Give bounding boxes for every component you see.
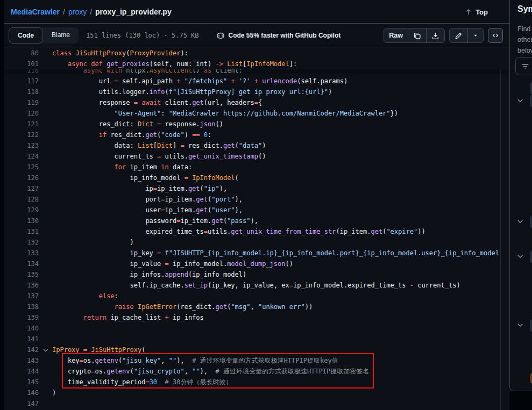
code-text: IpProxy = JiSuHttpProxy( [52,344,145,355]
line-number[interactable]: 135 [4,269,39,280]
line-number[interactable]: 127 [4,183,39,194]
code-text: time_validity_period=30 # 30分钟（最长时效） [52,377,232,387]
line-number[interactable]: 130 [4,215,39,226]
raw-copy-download-group: Raw [384,28,445,43]
code-line: 101 async def get_proxies(self, num: int… [4,59,509,69]
line-number[interactable]: 122 [4,130,39,140]
breadcrumb-folder-link[interactable]: proxy [68,8,87,16]
line-number[interactable]: 126 [4,172,39,183]
gutter-spacer [39,366,52,377]
gutter-spacer [39,162,52,172]
symbol-item-highlighted[interactable] [530,373,532,384]
scroll-to-top-button[interactable]: Top [465,5,488,18]
breadcrumb-separator: / [63,8,65,16]
line-number[interactable]: 140 [4,323,39,334]
line-number[interactable]: 80 [4,48,39,59]
code-right-divider [500,48,501,410]
caret-down-icon[interactable] [467,28,483,42]
code-line: 139 return ip_cache_list + ip_infos [4,312,509,323]
pencil-icon[interactable] [450,28,467,42]
line-number[interactable]: 136 [4,280,39,291]
symbol-item[interactable] [530,319,532,332]
code-line: 141 [4,334,509,344]
gutter-spacer [39,301,52,312]
line-number[interactable]: 147 [4,398,39,409]
code-line: 121 res_dict: Dict = response.json() [4,119,509,130]
breadcrumb-filename: proxy_ip_provider.py [95,8,172,16]
chevron-down-icon[interactable] [516,218,525,226]
code-line: 129 user=ip_item.get("user"), [4,205,509,215]
symbol-item[interactable] [530,250,532,263]
symbol-item[interactable] [530,82,532,95]
code-line: 136 self.ip_cache.set_ip(ip_key, ip_valu… [4,280,509,291]
line-number[interactable]: 125 [4,162,39,172]
line-number[interactable]: 119 [4,97,39,108]
line-number[interactable]: 129 [4,205,39,215]
line-number[interactable]: 144 [4,366,39,377]
line-number[interactable]: 145 [4,377,39,387]
code-text: res_dict: Dict = response.json() [52,119,223,130]
line-number[interactable]: 138 [4,301,39,312]
code-line: 127 ip=ip_item.get("ip"), [4,183,509,194]
copilot-banner[interactable]: Code 55% faster with GitHub Copilot [216,31,341,40]
code-line: 126 ip_info_model = IpInfoModel( [4,172,509,183]
code-line: 118 utils.logger.info(f"[JiSuHttpProxy] … [4,87,509,97]
line-number[interactable]: 142 [4,344,39,355]
line-number[interactable]: 137 [4,291,39,301]
gutter-spacer [39,237,52,248]
symbol-item[interactable] [530,215,532,228]
symbol-item[interactable] [530,95,532,107]
collapse-chevron-icon[interactable] [39,344,52,355]
chevron-down-icon[interactable] [516,321,525,330]
line-number[interactable]: 139 [4,312,39,323]
edit-group [449,28,484,43]
code-line: 132 ) [4,237,509,248]
gutter-spacer [39,76,52,87]
line-number[interactable]: 120 [4,108,39,119]
code-line: 125 for ip_item in data: [4,162,509,172]
tab-code[interactable]: Code [9,27,43,44]
code-line: 134 ip_value = ip_info_model.model_dump_… [4,258,509,269]
code-text: ip_info_model = IpInfoModel( [52,172,239,183]
code-text: current_ts = utils.get_unix_timestamp() [52,151,266,162]
breadcrumb: MediaCrawler / proxy / proxy_ip_provider… [4,0,509,24]
code-text: response = await client.get(url, headers… [52,97,262,108]
line-number[interactable]: 133 [4,248,39,258]
copy-icon[interactable] [408,28,426,42]
code-text: data: List[Dict] = res_dict.get("data") [52,140,266,151]
code-symbols-toggle-button[interactable] [488,28,503,43]
line-number[interactable]: 124 [4,151,39,162]
code-blame-switch: Code Blame [9,27,79,44]
chevron-down-icon[interactable] [516,97,525,105]
code-text: ) [52,237,134,248]
line-number[interactable]: 118 [4,87,39,97]
raw-button[interactable]: Raw [384,28,408,42]
gutter-spacer [39,183,52,194]
chevron-down-icon[interactable] [516,253,525,261]
gutter-spacer [39,226,52,237]
symbols-filter-button[interactable] [515,57,532,75]
code-line: 119 response = await client.get(url, hea… [4,97,509,108]
line-number[interactable]: 121 [4,119,39,130]
line-number[interactable]: 132 [4,237,39,248]
line-number[interactable]: 123 [4,140,39,151]
tab-blame[interactable]: Blame [43,27,79,44]
code-line: 122 if res_dict.get("code") == 0: [4,130,509,140]
breadcrumb-repo-link[interactable]: MediaCrawler [11,8,60,16]
symbols-panel-description: Find other below [517,24,532,56]
line-number[interactable]: 101 [4,59,39,69]
gutter-spacer [39,334,52,344]
line-number[interactable]: 146 [4,387,39,398]
code-line: 147 [4,398,509,409]
line-number[interactable]: 141 [4,334,39,344]
code-text: url = self.api_path + "/fetchips" + '?' … [52,76,347,87]
line-number[interactable]: 117 [4,76,39,87]
download-icon[interactable] [426,28,444,42]
line-number[interactable]: 131 [4,226,39,237]
code-text: raise IpGetError(res_dict.get("msg", "un… [52,301,313,312]
line-number[interactable]: 134 [4,258,39,269]
file-view: MediaCrawler / proxy / proxy_ip_provider… [4,0,509,410]
line-number[interactable]: 143 [4,355,39,366]
line-number[interactable]: 128 [4,194,39,205]
code-line: 133 ip_key = f"JISUHTTP_{ip_info_model.i… [4,248,509,258]
